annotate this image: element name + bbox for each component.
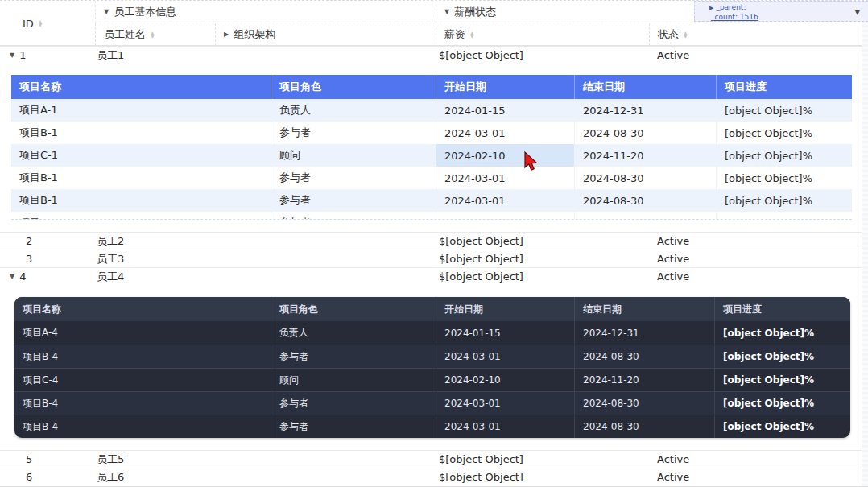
- column-header-name[interactable]: 员工姓名 ▲ ▼: [95, 23, 215, 46]
- subtable-header-row: 项目名称 项目角色 开始日期 结束日期 项目进度: [11, 75, 852, 99]
- subtable-col-start: 开始日期: [436, 297, 574, 321]
- employee-status: Active: [657, 471, 689, 483]
- sort-icon[interactable]: ▲ ▼: [151, 31, 155, 39]
- employee-salary: $[object Object]: [439, 49, 523, 61]
- project-row[interactable]: 项目C-1 顾问 2024-02-10 2024-11-20 [object O…: [11, 144, 852, 167]
- hovered-cell[interactable]: 2024-02-10: [436, 144, 574, 167]
- debug-popover[interactable]: ▶_parent: _count: 1516 ▼: [694, 1, 868, 22]
- employee-status: Active: [657, 235, 689, 247]
- project-row[interactable]: 项目B-4 参与者 2024-03-01 2024-08-30 [object …: [14, 391, 850, 415]
- dropdown-arrow-icon[interactable]: ▼: [855, 8, 860, 17]
- employee-id: 3: [26, 253, 32, 265]
- project-row[interactable]: 项目B-1 参与者 2024-03-01 2024-08-30 [object …: [11, 167, 852, 189]
- project-subtable-dark: 项目名称 项目角色 开始日期 结束日期 项目进度 项目A-4 负责人 2024-…: [14, 297, 850, 438]
- subtable-col-start: 开始日期: [436, 75, 574, 99]
- salary-header-label: 薪资: [444, 27, 465, 42]
- group-header-basic-info[interactable]: ▼ 员工基本信息: [95, 1, 436, 23]
- subtable-col-progress: 项目进度: [716, 75, 852, 99]
- employee-status: Active: [657, 270, 689, 283]
- sort-icon[interactable]: ▲ ▼: [684, 31, 688, 39]
- row-collapse-icon[interactable]: ▼: [10, 274, 14, 280]
- overlay-count-label: _count: 1516: [709, 13, 865, 22]
- collapse-group-icon[interactable]: ▼: [444, 9, 449, 15]
- project-row[interactable]: 项目B-1 参与者 2024-03-01 2024-08-30 [object …: [11, 122, 852, 144]
- org-header-label: 组织架构: [234, 27, 275, 42]
- project-row[interactable]: 项目B-4 参与者 2024-03-01 2024-08-30 [object …: [14, 345, 850, 368]
- employee-salary: $[object Object]: [439, 453, 523, 465]
- group-salary-status-label: 薪酬状态: [454, 5, 496, 19]
- employee-id: 2: [26, 235, 32, 247]
- employee-status: Active: [657, 453, 689, 465]
- project-row[interactable]: 项目A-4 负责人 2024-01-15 2024-12-31 [object …: [14, 321, 850, 345]
- vertical-scrollbar[interactable]: [862, 1, 868, 487]
- expanded-panel-employee-1: 项目名称 项目角色 开始日期 结束日期 项目进度 项目A-1 负责人 2024-…: [0, 64, 868, 232]
- employee-id: 5: [26, 453, 32, 465]
- employee-id: 6: [26, 471, 32, 483]
- column-header-salary[interactable]: 薪资 ▲ ▼: [436, 23, 649, 46]
- subtable-col-progress: 项目进度: [714, 297, 850, 321]
- subtable-col-name: 项目名称: [14, 297, 271, 321]
- employee-salary: $[object Object]: [439, 270, 523, 283]
- employee-id: 1: [19, 49, 26, 61]
- table-row-employee-6[interactable]: 6 员工6 $[object Object] Active: [0, 468, 862, 485]
- status-header-label: 状态: [658, 27, 679, 42]
- group-basic-info-label: 员工基本信息: [114, 5, 176, 19]
- employee-salary: $[object Object]: [439, 253, 523, 265]
- collapse-group-icon[interactable]: ▼: [104, 9, 109, 15]
- subtable-col-role: 项目角色: [271, 297, 436, 321]
- employee-name: 员工6: [97, 470, 124, 485]
- project-row[interactable]: 项目C-4 顾问 2024-02-10 2024-11-20 [object O…: [14, 368, 850, 391]
- table-row-employee-4[interactable]: ▼ 4 员工4 $[object Object] Active: [0, 267, 862, 285]
- subtable-col-end: 结束日期: [574, 297, 714, 321]
- employee-salary: $[object Object]: [439, 471, 523, 483]
- column-header-status[interactable]: 状态 ▲ ▼: [649, 23, 862, 46]
- employee-name: 员工2: [97, 234, 124, 249]
- project-row[interactable]: 项目B-4 参与者 2024-03-01 2024-08-30 [object …: [14, 415, 850, 438]
- overlay-parent-label: _parent:: [716, 3, 746, 11]
- table-row-employee-2[interactable]: 2 员工2 $[object Object] Active: [0, 232, 862, 250]
- name-header-label: 员工姓名: [104, 27, 146, 42]
- expand-group-icon[interactable]: ▶: [224, 31, 229, 38]
- sort-icon[interactable]: ▲ ▼: [470, 31, 474, 39]
- employee-id: 4: [19, 270, 26, 283]
- table-row-employee-5[interactable]: 5 员工5 $[object Object] Active: [0, 450, 862, 468]
- column-header-org[interactable]: ▶ 组织架构: [215, 23, 436, 46]
- employee-name: 员工4: [97, 270, 124, 284]
- subtable-header-row: 项目名称 项目角色 开始日期 结束日期 项目进度: [14, 297, 850, 321]
- subtable-col-end: 结束日期: [574, 75, 716, 99]
- table-row-employee-3[interactable]: 3 员工3 $[object Object] Active: [0, 250, 862, 267]
- employee-status: Active: [657, 49, 689, 61]
- project-row[interactable]: 项目A-1 负责人 2024-01-15 2024-12-31 [object …: [11, 99, 852, 122]
- overlay-expand-icon[interactable]: ▶: [709, 5, 713, 11]
- subtable-col-role: 项目角色: [271, 75, 436, 99]
- table-row-employee-1[interactable]: ▼ 1 员工1 $[object Object] Active: [0, 46, 862, 64]
- project-row-clipped[interactable]: 项目B-1 参与者 2024-03-01 2024-08-30 [object …: [11, 212, 852, 220]
- employee-name: 员工5: [97, 452, 124, 467]
- subtable-col-name: 项目名称: [11, 75, 271, 99]
- employee-name: 员工1: [97, 48, 124, 63]
- row-collapse-icon[interactable]: ▼: [10, 52, 14, 59]
- employee-name: 员工3: [97, 252, 124, 266]
- project-row[interactable]: 项目B-1 参与者 2024-03-01 2024-08-30 [object …: [11, 189, 852, 212]
- data-grid-app: ID ▲ ▼ ▼ 员工基本信息 ▼ 薪酬状态 员工姓名 ▲ ▼: [0, 0, 868, 487]
- employee-status: Active: [657, 253, 689, 265]
- project-subtable-light: 项目名称 项目角色 开始日期 结束日期 项目进度 项目A-1 负责人 2024-…: [11, 75, 852, 220]
- employee-salary: $[object Object]: [439, 235, 523, 247]
- expanded-panel-employee-4: 项目名称 项目角色 开始日期 结束日期 项目进度 项目A-4 负责人 2024-…: [0, 285, 868, 450]
